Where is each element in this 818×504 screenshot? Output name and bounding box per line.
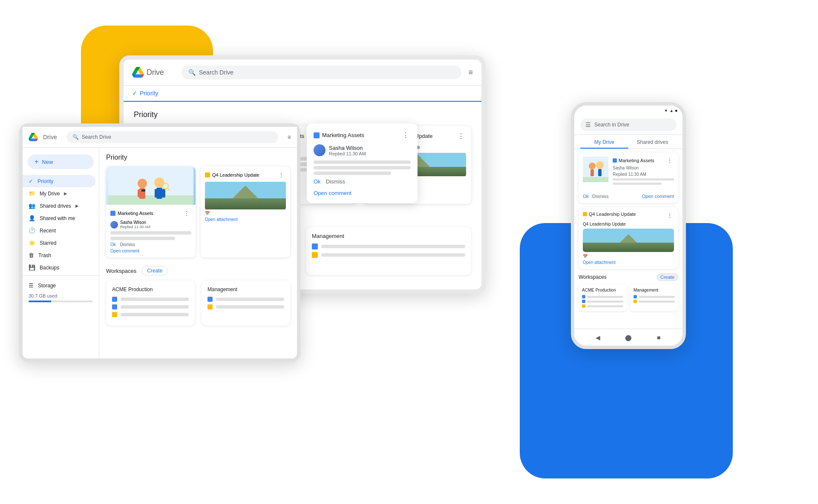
new-button-main[interactable]: + New bbox=[28, 155, 94, 169]
phone-workspaces-title: Workspaces bbox=[579, 274, 607, 280]
mgmt-card-main[interactable]: Management bbox=[202, 281, 290, 326]
phone-ok-btn[interactable]: Ok bbox=[583, 194, 589, 199]
mgmt-slides-icon bbox=[207, 304, 213, 309]
dismiss-btn-main[interactable]: Dismiss bbox=[120, 242, 135, 247]
create-btn-main[interactable]: Create bbox=[141, 266, 168, 275]
comment-skel-1 bbox=[314, 160, 411, 164]
acme-file-2-main bbox=[112, 304, 189, 309]
marketing-card-phone[interactable]: Marketing Assets ⋮ Sasha Wilson Replied … bbox=[579, 152, 678, 203]
acme-card-main[interactable]: ACME Production bbox=[106, 281, 195, 326]
comment-ok-btn[interactable]: Ok bbox=[314, 178, 321, 185]
shared-icon-main: 👤 bbox=[29, 215, 35, 221]
sidebar-item-storage[interactable]: ☰ Storage bbox=[23, 279, 95, 292]
open-attachment-phone[interactable]: Open attachment bbox=[583, 260, 674, 265]
phone-dismiss-btn[interactable]: Dismiss bbox=[592, 194, 609, 199]
storage-label-nav: Storage bbox=[38, 283, 56, 289]
more-btn-q4-main[interactable]: ⋮ bbox=[277, 171, 286, 179]
sidebar-item-shared-drives[interactable]: 👥 Shared drives ▶ bbox=[23, 200, 95, 212]
acme-card-phone[interactable]: ACME Production bbox=[579, 284, 627, 311]
mgmt-doc-icon bbox=[207, 297, 213, 302]
filter-icon-bg[interactable]: ≡ bbox=[468, 68, 473, 77]
phone-create-btn[interactable]: Create bbox=[657, 273, 678, 281]
more-options-btn-3[interactable]: ⋮ bbox=[456, 131, 466, 141]
open-comment-link-main[interactable]: Open comment bbox=[110, 249, 191, 253]
skeleton-file-4 bbox=[321, 245, 465, 248]
q4-header-row-main: Q4 Leadership Update ⋮ bbox=[205, 171, 286, 179]
comment-time: Replied 11:30 AM bbox=[329, 151, 366, 156]
open-comment-card-link[interactable]: Open comment bbox=[314, 190, 411, 196]
phone-user-time: Replied 11:30 AM bbox=[613, 172, 674, 177]
sidebar-storage-section: ☰ Storage 30.7 GB used bbox=[23, 275, 99, 306]
phone-search-bar[interactable]: ☰ Search in Drive bbox=[580, 118, 677, 131]
priority-tab-bg[interactable]: ✓ Priority bbox=[124, 86, 481, 102]
svg-rect-22 bbox=[162, 189, 165, 198]
comment-dismiss-btn[interactable]: Dismiss bbox=[326, 178, 346, 185]
phone-more-btn-1[interactable]: ⋮ bbox=[665, 157, 674, 164]
open-attachment-link-main[interactable]: Open attachment bbox=[205, 217, 286, 222]
marketing-card-info-phone: Marketing Assets ⋮ Sasha Wilson Replied … bbox=[613, 157, 674, 187]
comment-more-btn[interactable]: ⋮ bbox=[400, 130, 411, 140]
phone-device: ▼ ▲ ■ ☰ Search in Drive My Drive Shared … bbox=[571, 102, 686, 349]
phone-more-btn-2[interactable]: ⋮ bbox=[665, 212, 674, 219]
recents-btn-phone[interactable]: ■ bbox=[654, 333, 663, 342]
marketing-card-main[interactable]: Marketing Assets ⋮ Sasha Wilson Replied … bbox=[106, 166, 196, 258]
ok-btn-main[interactable]: Ok bbox=[110, 242, 116, 247]
mgmt-file-row-2 bbox=[312, 252, 465, 258]
file-icon-slides-2 bbox=[312, 252, 318, 258]
sidebar-item-starred[interactable]: ⭐ Starred bbox=[23, 237, 95, 249]
slides-icon-q4-main bbox=[205, 172, 210, 178]
search-bar-bg[interactable]: 🔍 Search Drive bbox=[181, 66, 461, 79]
marketing-thumb-phone bbox=[583, 157, 608, 182]
mountain-bg-phone bbox=[583, 229, 674, 252]
home-btn-phone[interactable]: ⬤ bbox=[624, 333, 633, 342]
search-bar-main[interactable]: 🔍 Search Drive bbox=[66, 131, 278, 143]
mgmt-card-phone[interactable]: Management bbox=[630, 284, 678, 311]
doc-icon-main bbox=[110, 211, 115, 216]
clock-icon-main: 🕐 bbox=[29, 227, 35, 234]
acme-file-1-main bbox=[112, 297, 189, 302]
my-drive-label: My Drive bbox=[40, 191, 60, 197]
phone-search-placeholder: Search in Drive bbox=[594, 122, 629, 128]
phone-status-bar: ▼ ▲ ■ bbox=[574, 106, 683, 116]
floating-comment-card: Marketing Assets ⋮ Sasha Wilson Replied … bbox=[307, 123, 418, 203]
user-name-main: Sasha Wilson bbox=[120, 220, 150, 225]
sidebar-item-my-drive[interactable]: 📁 My Drive ▶ bbox=[23, 187, 95, 200]
plus-icon-main: + bbox=[35, 158, 38, 166]
hamburger-icon-phone[interactable]: ☰ bbox=[585, 121, 591, 128]
starred-label: Starred bbox=[40, 240, 56, 246]
phone-skel-acme-1 bbox=[587, 296, 623, 298]
q4-card-main[interactable]: Q4 Leadership Update ⋮ 📅 bbox=[201, 166, 290, 258]
mgmt-name-main: Management bbox=[207, 286, 284, 292]
my-drive-tab-phone[interactable]: My Drive bbox=[580, 135, 628, 149]
star-icon-main: ⭐ bbox=[29, 240, 35, 246]
main-content-area: Priority bbox=[99, 148, 297, 358]
back-btn-phone[interactable]: ◀ bbox=[594, 333, 602, 342]
storage-fill bbox=[29, 301, 51, 302]
sidebar-item-shared-with-me[interactable]: 👤 Shared with me bbox=[23, 212, 95, 224]
phone-mgmt-slides bbox=[634, 300, 637, 303]
sidebar-item-trash[interactable]: 🗑 Trash bbox=[23, 249, 95, 261]
phone-nav-bar: ◀ ⬤ ■ bbox=[574, 329, 683, 346]
q4-card-phone[interactable]: Q4 Leadership Update ⋮ Q4 Leadership Upd… bbox=[579, 207, 678, 269]
management-workspace-card-bg[interactable]: Management bbox=[306, 227, 471, 275]
more-btn-marketing-main[interactable]: ⋮ bbox=[182, 209, 191, 218]
phone-open-comment-btn[interactable]: Open comment bbox=[642, 194, 674, 199]
search-placeholder-main: Search Drive bbox=[82, 134, 111, 140]
marketing-card-row-phone: Marketing Assets ⋮ Sasha Wilson Replied … bbox=[579, 152, 678, 191]
avatar-main-1 bbox=[110, 221, 118, 229]
people-icon-main: 👥 bbox=[29, 203, 35, 209]
folder-icon-main: 📁 bbox=[29, 190, 35, 197]
signal-icon: ▼ bbox=[664, 109, 668, 113]
sidebar-item-recent[interactable]: 🕐 Recent bbox=[23, 224, 95, 237]
sidebar-item-backups[interactable]: 💾 Backups bbox=[23, 261, 95, 274]
drive-body-main: + New ✓ Priority 📁 My Drive ▶ 👥 Shared d… bbox=[23, 148, 297, 358]
mgmt-file-row-1 bbox=[312, 243, 465, 249]
svg-rect-29 bbox=[598, 169, 602, 176]
sidebar-item-priority[interactable]: ✓ Priority bbox=[23, 175, 95, 187]
shared-drives-tab-phone[interactable]: Shared drives bbox=[628, 135, 677, 149]
skel-mgmt-2 bbox=[216, 305, 284, 309]
drive-header-main: Drive 🔍 Search Drive ≡ bbox=[23, 127, 297, 148]
filter-icon-main[interactable]: ≡ bbox=[288, 134, 291, 140]
new-label: New bbox=[42, 159, 53, 165]
comment-user-avatar bbox=[314, 144, 325, 156]
